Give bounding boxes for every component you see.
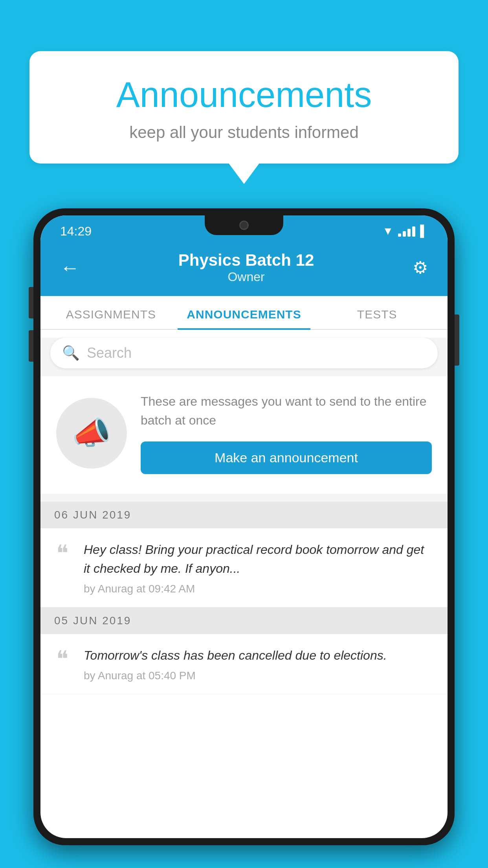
- power-button: [455, 314, 459, 366]
- announcement-icon-circle: 📣: [56, 398, 127, 469]
- search-placeholder: Search: [87, 345, 132, 361]
- status-icons: ▼ ▌: [382, 225, 428, 237]
- wifi-icon: ▼: [382, 225, 393, 237]
- status-time: 14:29: [60, 224, 92, 239]
- phone-mockup: 14:29 ▼ ▌ ← Physics Batch 12: [33, 208, 455, 868]
- announcement-content-2: Tomorrow's class has been cancelled due …: [84, 646, 432, 682]
- tab-assignments[interactable]: ASSIGNMENTS: [44, 296, 178, 329]
- back-button[interactable]: ←: [56, 252, 84, 283]
- announcement-item-2[interactable]: ❝ Tomorrow's class has been cancelled du…: [40, 634, 448, 694]
- header-subtitle: Owner: [84, 270, 409, 284]
- signal-icon: [398, 226, 415, 237]
- phone-notch: [205, 215, 283, 235]
- megaphone-icon: 📣: [72, 415, 111, 452]
- settings-button[interactable]: ⚙: [409, 254, 432, 281]
- announcement-item-1[interactable]: ❝ Hey class! Bring your practical record…: [40, 528, 448, 607]
- header-title: Physics Batch 12: [84, 251, 409, 270]
- announcement-meta-1: by Anurag at 09:42 AM: [84, 583, 432, 595]
- header-center: Physics Batch 12 Owner: [84, 251, 409, 284]
- content-area: 🔍 Search 📣 These are messages you want t…: [40, 338, 448, 694]
- announcement-text-2: Tomorrow's class has been cancelled due …: [84, 646, 432, 665]
- search-icon: 🔍: [62, 345, 80, 361]
- announcement-text-1: Hey class! Bring your practical record b…: [84, 540, 432, 578]
- speech-bubble-section: Announcements keep all your students inf…: [29, 51, 459, 164]
- front-camera: [239, 221, 249, 230]
- tab-bar: ASSIGNMENTS ANNOUNCEMENTS TESTS: [40, 296, 448, 330]
- phone-screen: 14:29 ▼ ▌ ← Physics Batch 12: [40, 215, 448, 838]
- announcement-content-1: Hey class! Bring your practical record b…: [84, 540, 432, 595]
- app-header: ← Physics Batch 12 Owner ⚙: [40, 243, 448, 296]
- prompt-description: These are messages you want to send to t…: [141, 392, 432, 430]
- prompt-right: These are messages you want to send to t…: [141, 392, 432, 474]
- search-bar[interactable]: 🔍 Search: [50, 338, 438, 368]
- date-separator-2: 05 JUN 2019: [40, 607, 448, 634]
- announcement-meta-2: by Anurag at 05:40 PM: [84, 669, 432, 682]
- date-separator-1: 06 JUN 2019: [40, 502, 448, 528]
- volume-down-button: [29, 330, 33, 362]
- tab-announcements[interactable]: ANNOUNCEMENTS: [178, 296, 311, 329]
- phone-outer: 14:29 ▼ ▌ ← Physics Batch 12: [33, 208, 455, 845]
- tab-tests[interactable]: TESTS: [310, 296, 444, 329]
- quote-icon-2: ❝: [56, 648, 72, 671]
- quote-icon: ❝: [56, 542, 72, 565]
- make-announcement-button[interactable]: Make an announcement: [141, 441, 432, 474]
- prompt-card: 📣 These are messages you want to send to…: [40, 376, 448, 494]
- speech-bubble: Announcements keep all your students inf…: [29, 51, 459, 164]
- battery-icon: ▌: [420, 225, 428, 237]
- volume-up-button: [29, 287, 33, 318]
- bubble-title: Announcements: [53, 75, 435, 115]
- bubble-subtitle: keep all your students informed: [53, 123, 435, 142]
